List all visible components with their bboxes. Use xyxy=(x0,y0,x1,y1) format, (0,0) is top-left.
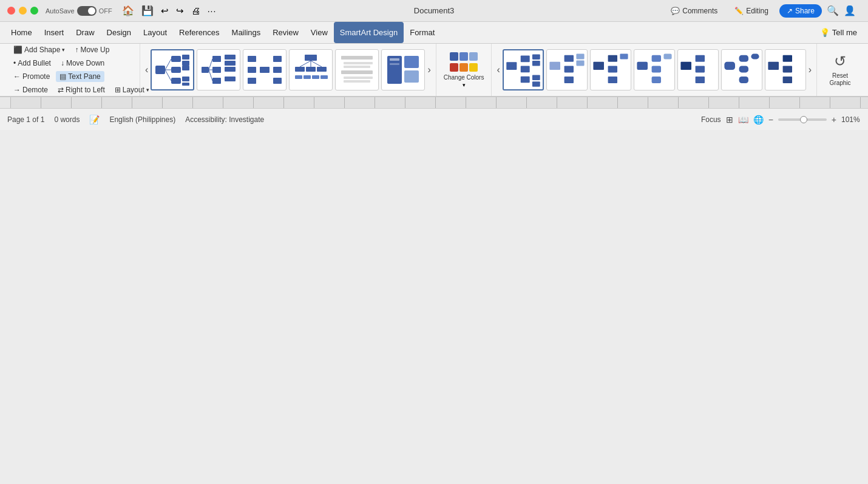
autosave-control[interactable]: AutoSave OFF xyxy=(46,6,112,16)
view-normal-icon[interactable]: ⊞ xyxy=(726,115,733,124)
menu-references[interactable]: References xyxy=(173,22,225,43)
menu-layout[interactable]: Layout xyxy=(137,22,173,43)
statusbar-right: Focus ⊞ 📖 🌐 − + 101% xyxy=(701,115,861,124)
style-thumb-2[interactable] xyxy=(546,49,588,90)
svg-rect-81 xyxy=(739,55,748,62)
layout-thumb-3[interactable] xyxy=(243,49,287,90)
layout-thumb-2[interactable] xyxy=(197,49,240,90)
save-icon[interactable]: 💾 xyxy=(141,5,154,16)
zoom-thumb[interactable] xyxy=(800,116,807,123)
comments-button[interactable]: 💬 Comments xyxy=(665,4,724,18)
svg-rect-42 xyxy=(344,62,373,64)
zoom-slider[interactable] xyxy=(778,118,827,121)
layouts-next-button[interactable]: › xyxy=(425,64,433,75)
change-colors-dropdown: ▾ xyxy=(463,82,466,88)
focus-button[interactable]: Focus xyxy=(701,115,721,124)
menu-insert[interactable]: Insert xyxy=(38,22,70,43)
menu-home[interactable]: Home xyxy=(5,22,38,43)
menu-review[interactable]: Review xyxy=(266,22,305,43)
editing-button[interactable]: ✏️ Editing xyxy=(728,4,775,18)
demote-button[interactable]: → Demote xyxy=(10,84,52,95)
svg-rect-18 xyxy=(225,67,236,72)
add-shape-icon: ⬛ xyxy=(13,46,22,54)
autosave-toggle[interactable] xyxy=(77,6,97,16)
svg-rect-39 xyxy=(312,75,319,79)
zoom-level[interactable]: 101% xyxy=(841,115,861,124)
menu-draw[interactable]: Draw xyxy=(70,22,100,43)
layouts-prev-button[interactable]: ‹ xyxy=(143,64,151,75)
view-read-icon[interactable]: 📖 xyxy=(738,115,748,124)
undo-icon[interactable]: ↩ xyxy=(161,5,169,16)
svg-line-9 xyxy=(165,59,171,70)
svg-rect-28 xyxy=(273,67,282,73)
account-icon[interactable]: 👤 xyxy=(844,5,856,16)
share-button[interactable]: ↗ Share xyxy=(779,4,822,18)
style-thumb-1[interactable] xyxy=(503,49,544,90)
right-to-left-button[interactable]: ⇄ Right to Left xyxy=(54,84,109,95)
layout-thumb-5[interactable] xyxy=(335,49,379,90)
layout-thumb-6[interactable] xyxy=(381,49,425,90)
menu-design[interactable]: Design xyxy=(101,22,137,43)
svg-rect-86 xyxy=(782,55,792,62)
svg-rect-13 xyxy=(212,56,221,62)
titlebar: AutoSave OFF 🏠 💾 ↩ ↪ 🖨 ··· Document3 💬 C… xyxy=(0,0,868,22)
redo-icon[interactable]: ↪ xyxy=(176,5,184,16)
svg-rect-74 xyxy=(651,77,660,83)
maximize-button[interactable] xyxy=(30,7,38,15)
svg-rect-68 xyxy=(608,66,617,72)
add-bullet-button[interactable]: • Add Bullet xyxy=(10,58,55,69)
zoom-out-button[interactable]: − xyxy=(768,115,773,124)
menu-tell-me[interactable]: 💡 Tell me xyxy=(814,22,863,43)
move-up-button[interactable]: ↑ Move Up xyxy=(71,44,113,55)
svg-rect-31 xyxy=(295,67,305,72)
reset-graphic-button[interactable]: ↺ Reset Graphic xyxy=(817,44,863,96)
move-down-button[interactable]: ↓ Move Down xyxy=(57,58,108,69)
text-pane-icon: ▤ xyxy=(59,72,66,81)
svg-rect-45 xyxy=(344,77,373,79)
styles-prev-button[interactable]: ‹ xyxy=(494,64,502,75)
zoom-in-button[interactable]: + xyxy=(832,115,836,124)
track-changes-icon: 📝 xyxy=(89,115,100,124)
svg-rect-25 xyxy=(248,78,256,84)
svg-rect-8 xyxy=(182,83,189,86)
svg-line-36 xyxy=(311,61,322,67)
layout-thumb-4[interactable] xyxy=(289,49,333,90)
search-icon[interactable]: 🔍 xyxy=(827,5,839,16)
add-bullet-icon: • xyxy=(13,59,16,67)
close-button[interactable] xyxy=(7,7,15,15)
menu-view[interactable]: View xyxy=(305,22,334,43)
menu-smartart-design[interactable]: SmartArt Design xyxy=(334,22,404,43)
view-web-icon[interactable]: 🌐 xyxy=(753,115,764,124)
svg-rect-6 xyxy=(182,66,189,70)
accessibility[interactable]: Accessibility: Investigate xyxy=(185,115,264,124)
language[interactable]: English (Philippines) xyxy=(109,115,175,124)
minimize-button[interactable] xyxy=(19,7,27,15)
svg-rect-79 xyxy=(695,77,704,83)
more-icon[interactable]: ··· xyxy=(208,6,217,16)
menu-format[interactable]: Format xyxy=(404,22,441,43)
right-to-left-icon: ⇄ xyxy=(58,86,64,94)
add-shape-button[interactable]: ⬛ Add Shape ▾ xyxy=(10,44,69,55)
change-colors-button[interactable]: Change Colors ▾ xyxy=(436,44,492,96)
styles-next-button[interactable]: › xyxy=(806,64,814,75)
style-thumb-7[interactable] xyxy=(765,49,806,90)
text-pane-button[interactable]: ▤ Text Pane xyxy=(56,71,104,82)
svg-rect-5 xyxy=(182,61,189,66)
svg-rect-26 xyxy=(260,67,270,73)
home-icon[interactable]: 🏠 xyxy=(122,5,134,16)
svg-rect-33 xyxy=(317,67,327,72)
style-thumb-6[interactable] xyxy=(721,49,762,90)
svg-rect-80 xyxy=(724,62,735,70)
share-icon: ↗ xyxy=(787,7,793,15)
print-icon[interactable]: 🖨 xyxy=(191,5,200,16)
style-thumb-5[interactable] xyxy=(677,49,719,90)
autosave-label: AutoSave xyxy=(46,7,75,15)
comment-icon: 💬 xyxy=(671,7,680,15)
move-up-icon: ↑ xyxy=(75,46,78,54)
menu-mailings[interactable]: Mailings xyxy=(226,22,267,43)
promote-button[interactable]: ← Promote xyxy=(10,71,53,82)
add-shape-dropdown-icon: ▾ xyxy=(62,47,65,53)
layout-thumb-1[interactable] xyxy=(151,49,194,90)
style-thumb-4[interactable] xyxy=(634,49,675,90)
style-thumb-3[interactable] xyxy=(590,49,631,90)
